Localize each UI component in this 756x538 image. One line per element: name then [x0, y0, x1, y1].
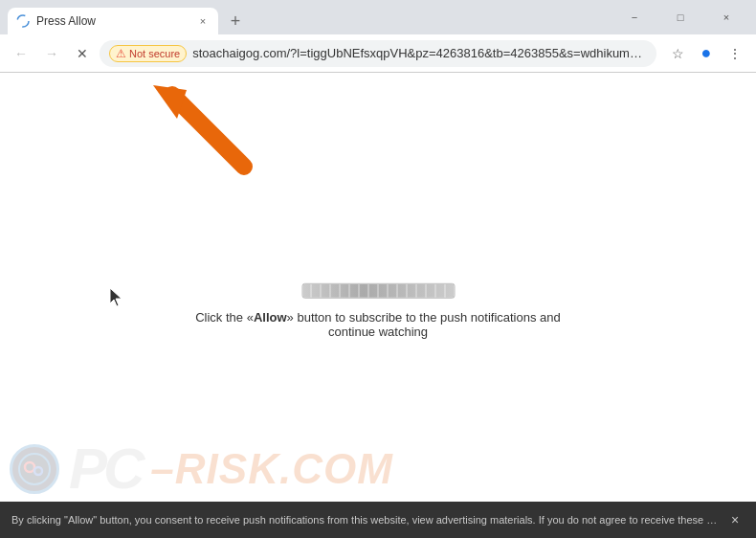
menu-icon: ⋮ — [728, 46, 742, 61]
tab-title: Press Allow — [36, 14, 191, 28]
bottom-notification-bar: By clicking "Allow" button, you consent … — [0, 502, 756, 538]
page-message: Click the «Allow» button to subscribe to… — [189, 310, 567, 339]
bookmark-icon: ☆ — [672, 46, 684, 61]
pc-text: PC — [69, 440, 141, 498]
new-tab-button[interactable]: + — [222, 8, 249, 34]
window-controls: − □ × — [612, 0, 748, 34]
page-content: Click the «Allow» button to subscribe to… — [0, 73, 756, 538]
profile-icon: ● — [701, 43, 712, 63]
svg-line-2 — [172, 95, 244, 167]
svg-marker-3 — [153, 85, 187, 119]
tab-favicon — [15, 13, 31, 29]
mouse-cursor — [110, 288, 122, 305]
maximize-button[interactable]: □ — [658, 0, 702, 34]
back-button[interactable]: ← — [8, 40, 34, 67]
security-label: Not secure — [129, 48, 180, 59]
tab-close-button[interactable]: × — [195, 13, 211, 29]
warning-icon: ⚠ — [116, 47, 126, 60]
profile-button[interactable]: ● — [693, 40, 720, 67]
address-bar[interactable]: ⚠ Not secure stoachaigog.com/?l=tiggUbNE… — [100, 40, 656, 67]
tab-bar: Press Allow × + — [8, 0, 605, 34]
bottom-bar-close-button[interactable]: × — [725, 510, 745, 529]
logo-circle — [10, 444, 59, 494]
forward-button[interactable]: → — [38, 40, 65, 67]
active-tab[interactable]: Press Allow × — [8, 8, 218, 34]
watermark: PC –RISK.COM — [10, 440, 393, 498]
svg-point-0 — [17, 15, 29, 27]
minimize-button[interactable]: − — [612, 0, 656, 34]
reload-icon: ✕ — [77, 46, 88, 61]
bookmark-button[interactable]: ☆ — [664, 40, 691, 67]
browser-window: Press Allow × + − □ × ← → ✕ ⚠ Not secure… — [0, 0, 756, 538]
reload-button[interactable]: ✕ — [69, 40, 96, 67]
svg-marker-4 — [110, 288, 122, 306]
forward-icon: → — [45, 46, 58, 61]
arrow-annotation — [148, 80, 273, 180]
center-content: Click the «Allow» button to subscribe to… — [189, 283, 567, 339]
progress-bar — [301, 283, 455, 299]
toolbar-icons: ☆ ● ⋮ — [664, 40, 748, 67]
title-bar: Press Allow × + − □ × — [0, 0, 756, 34]
bottom-bar-text: By clicking "Allow" button, you consent … — [11, 514, 718, 526]
toolbar: ← → ✕ ⚠ Not secure stoachaigog.com/?l=ti… — [0, 34, 756, 73]
close-window-button[interactable]: × — [704, 0, 748, 34]
menu-button[interactable]: ⋮ — [722, 40, 748, 67]
url-text: stoachaigog.com/?l=tiggUbNEfsxqpVH&pz=42… — [192, 46, 647, 60]
security-badge[interactable]: ⚠ Not secure — [109, 45, 187, 62]
back-icon: ← — [14, 46, 28, 61]
risk-text: –RISK.COM — [150, 445, 392, 493]
allow-text: Allow — [254, 310, 287, 325]
